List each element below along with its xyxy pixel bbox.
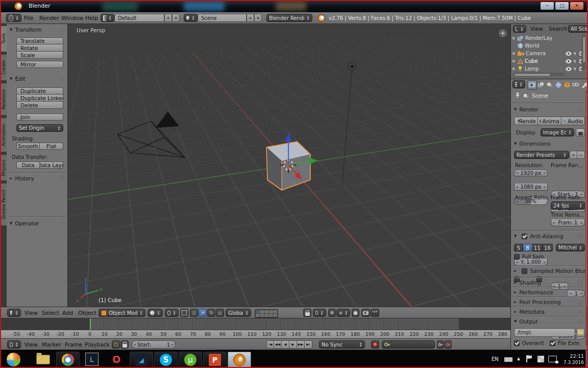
aa-filter-dropdown[interactable]: Mitchell-...: [556, 244, 585, 251]
preview-range-toggle[interactable]: [112, 340, 120, 349]
panel-header-transform[interactable]: Transform: [10, 27, 65, 33]
delete-scene-button[interactable]: [254, 14, 262, 22]
camera-object[interactable]: [117, 121, 185, 157]
render-presets-dropdown[interactable]: Render Presets: [514, 151, 569, 159]
render-still-button[interactable]: [361, 309, 370, 317]
aa-samples-5-button[interactable]: 5: [514, 244, 523, 251]
render-audio-button[interactable]: Audio: [561, 117, 585, 125]
taskbar-app-powerpoint[interactable]: P: [203, 352, 227, 368]
tab-relations[interactable]: Relations: [0, 83, 7, 116]
taskbar-app-chrome[interactable]: [56, 352, 80, 368]
render-engine-dropdown[interactable]: Blender Render: [266, 14, 312, 22]
play-button[interactable]: [289, 340, 297, 349]
outliner-hscrollbar[interactable]: [513, 73, 565, 76]
duplicate-button[interactable]: Duplicate: [16, 87, 63, 95]
editor-type-dropdown-outliner[interactable]: [513, 25, 526, 33]
sync-mode-dropdown[interactable]: No Sync: [319, 340, 365, 349]
set-origin-dropdown[interactable]: Set Origin: [16, 124, 63, 132]
panel-header-anti-aliasing[interactable]: Anti-Aliasing: [514, 233, 583, 239]
tab-create[interactable]: Create: [0, 54, 7, 81]
display-mode-dropdown[interactable]: Image Edi...: [541, 128, 574, 136]
panel-header-operator[interactable]: Operator: [10, 220, 65, 226]
tab-grease-pencil[interactable]: Grease Pencil: [0, 183, 7, 226]
show-desktop-button[interactable]: [585, 350, 588, 368]
selectability-cursor-icon[interactable]: [573, 66, 577, 72]
full-sample-checkbox[interactable]: [514, 254, 520, 260]
start-button[interactable]: [6, 352, 21, 367]
mode-dropdown[interactable]: Object Mode: [99, 309, 145, 317]
scenes-filter-dropdown[interactable]: All Scen: [568, 25, 588, 33]
jump-to-end-button[interactable]: [305, 340, 312, 349]
panel-header-dimensions[interactable]: Dimensions: [514, 141, 583, 147]
taskbar-app-blender[interactable]: [228, 352, 251, 368]
frame-step-field[interactable]: Fram: 1: [551, 219, 585, 226]
tab-modifiers[interactable]: [580, 80, 588, 89]
editor-type-dropdown-properties[interactable]: [512, 80, 525, 88]
start-frame-field[interactable]: Start:1: [132, 340, 176, 349]
minimize-button[interactable]: [540, 2, 554, 10]
action-center-flag-icon[interactable]: [526, 355, 527, 362]
outliner-menu-view[interactable]: View: [530, 26, 543, 32]
display-lock-button[interactable]: [576, 128, 585, 136]
snap-element-dropdown[interactable]: ⊞: [336, 309, 350, 317]
delete-keyframe-button[interactable]: [445, 340, 452, 349]
snap-toggle[interactable]: [328, 309, 336, 317]
anti-aliasing-checkbox[interactable]: [522, 234, 527, 239]
overwrite-checkbox[interactable]: [514, 340, 520, 346]
add-scene-button[interactable]: [247, 14, 254, 22]
manipulator-toggle[interactable]: [190, 309, 198, 317]
aspect-y-field[interactable]: Y: 1.000: [514, 259, 548, 266]
visibility-eye-icon[interactable]: [566, 52, 572, 56]
add-layout-button[interactable]: [164, 14, 172, 22]
editor-type-dropdown-timeline[interactable]: [7, 340, 21, 349]
scene-icon-button[interactable]: [184, 14, 198, 22]
screen-layout-icon-button[interactable]: [101, 14, 114, 22]
expand-icon[interactable]: [511, 59, 516, 63]
properties-vscrollbar[interactable]: [585, 90, 588, 346]
scale-button[interactable]: Scale: [16, 52, 63, 59]
vp-menu-add[interactable]: Add: [62, 310, 73, 316]
current-frame-marker[interactable]: [90, 318, 91, 330]
tab-world[interactable]: [554, 80, 562, 89]
outliner-row-camera[interactable]: Camera: [511, 50, 588, 57]
hidden-icons-chevron[interactable]: ▲: [517, 356, 520, 361]
tl-menu-view[interactable]: View: [24, 341, 38, 348]
expand-icon[interactable]: [511, 66, 516, 71]
selectability-cursor-icon[interactable]: [573, 51, 577, 56]
menu-help[interactable]: Help: [85, 15, 98, 21]
output-path-field[interactable]: /tmp\: [514, 328, 575, 337]
taskbar-app-utorrent[interactable]: µ: [179, 352, 202, 368]
remove-preset-button[interactable]: −: [577, 151, 585, 159]
duplicate-linked-button[interactable]: Duplicate Linked: [16, 95, 63, 102]
panel-header-output[interactable]: Output: [514, 318, 583, 325]
add-preset-button[interactable]: [570, 151, 577, 159]
scene-name-field[interactable]: Scene: [198, 14, 247, 22]
insert-keyframe-button[interactable]: [437, 340, 444, 349]
panel-header-shading[interactable]: Shading: [514, 280, 583, 286]
aa-samples-11-button[interactable]: 11: [532, 244, 543, 251]
tl-menu-playback[interactable]: Playback: [85, 341, 110, 348]
outliner-menu-search[interactable]: Search: [549, 26, 567, 32]
aa-samples-8-button[interactable]: 8: [523, 244, 532, 251]
close-button[interactable]: [570, 2, 584, 10]
pivot-point-dropdown[interactable]: [165, 309, 179, 317]
delete-layout-button[interactable]: [172, 14, 180, 22]
tab-tools[interactable]: Tools: [0, 26, 7, 52]
taskbar-app-skype[interactable]: S: [154, 352, 178, 368]
visibility-eye-icon[interactable]: [566, 59, 572, 63]
outliner-row-lamp[interactable]: Lamp: [511, 65, 588, 73]
timeline-ruler[interactable]: -50-40-30-20-100102030405060708090100110…: [0, 330, 510, 338]
flat-button[interactable]: Flat: [40, 143, 63, 150]
selectability-cursor-icon[interactable]: [573, 59, 577, 64]
snap-target-toggle[interactable]: [352, 309, 359, 317]
panel-header-performance[interactable]: Performance: [514, 289, 583, 295]
data-layout-button[interactable]: Data Layo: [40, 162, 63, 169]
proportional-edit-dropdown[interactable]: [313, 309, 326, 317]
resolution-y-field[interactable]: 1080 px: [514, 183, 548, 191]
expand-icon[interactable]: [511, 51, 516, 56]
tray-language[interactable]: EN: [492, 356, 499, 362]
frame-lock-toggle[interactable]: [120, 340, 129, 349]
vp-menu-object[interactable]: Object: [78, 310, 96, 316]
browse-output-button[interactable]: [576, 328, 585, 337]
layers-widget-left[interactable]: [255, 309, 278, 318]
